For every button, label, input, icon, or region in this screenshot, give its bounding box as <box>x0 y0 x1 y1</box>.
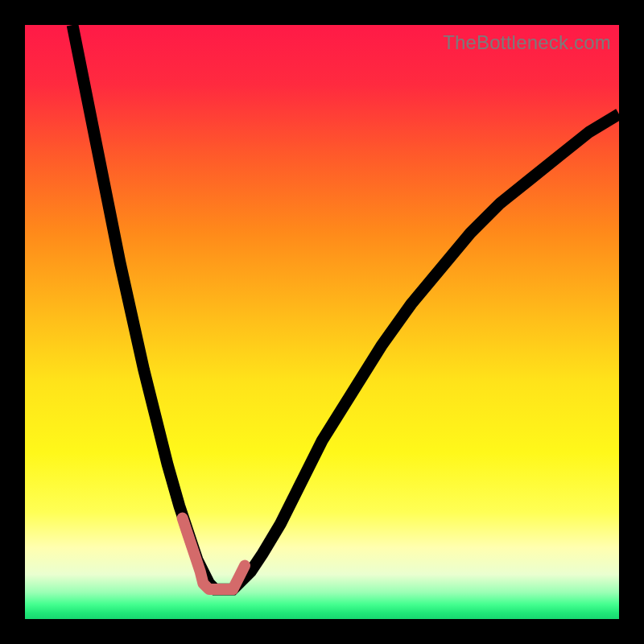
chart-svg <box>25 25 619 619</box>
highlighted-minimum-region <box>183 518 245 590</box>
chart-frame: TheBottleneck.com <box>0 0 644 644</box>
plot-area: TheBottleneck.com <box>25 25 619 619</box>
bottleneck-curve <box>72 25 619 589</box>
